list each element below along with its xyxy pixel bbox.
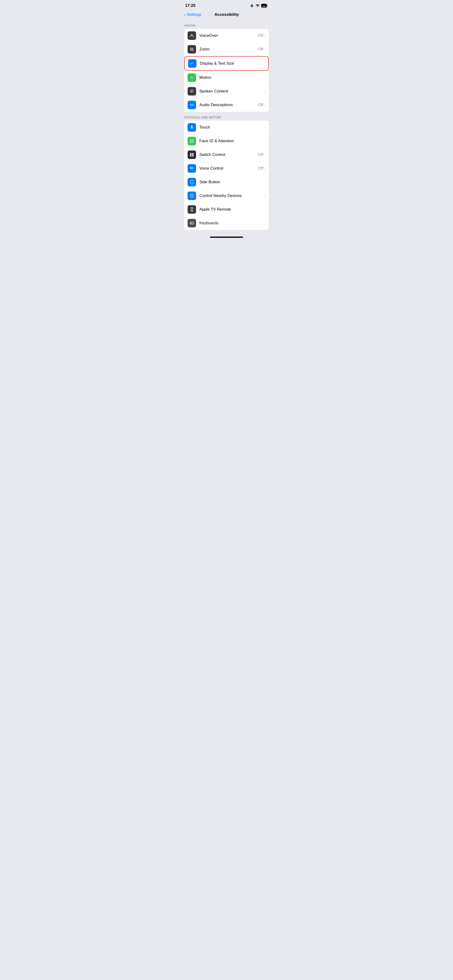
- back-button[interactable]: ‹ Settings: [184, 12, 201, 17]
- control-nearby-icon-wrapper: [188, 191, 196, 200]
- side-button-icon: [189, 180, 195, 185]
- svg-text:go: go: [191, 90, 193, 92]
- back-chevron-icon: ‹: [184, 12, 186, 17]
- status-icons: 100: [250, 3, 268, 8]
- list-item-keyboards[interactable]: Keyboards ›: [184, 216, 269, 230]
- svg-rect-48: [192, 223, 193, 223]
- spoken-content-icon: go: [189, 89, 195, 94]
- svg-text:): ): [191, 34, 192, 36]
- keyboards-icon: [189, 221, 195, 226]
- svg-rect-25: [190, 153, 191, 154]
- voiceover-value: Off: [258, 33, 263, 38]
- svg-text:AD: AD: [191, 104, 193, 106]
- voiceover-chevron: ›: [264, 34, 265, 38]
- voice-control-label: Voice Control: [199, 166, 258, 171]
- section-vision: VISION ) VoiceOver Off ›: [180, 24, 273, 112]
- svg-text:100: 100: [262, 5, 265, 7]
- svg-rect-49: [190, 223, 192, 224]
- switch-control-icon-wrapper: [188, 151, 196, 159]
- motion-icon: [189, 75, 195, 80]
- motion-label: Motion: [199, 75, 264, 80]
- display-text-size-chevron: ›: [264, 62, 265, 65]
- spoken-content-label: Spoken Content: [199, 89, 264, 94]
- svg-point-37: [191, 183, 192, 184]
- display-text-icon: A A: [190, 61, 195, 66]
- battery-icon: 100: [261, 4, 268, 8]
- list-group-physical-motor: Touch › Face ID & Attention ›: [184, 121, 269, 230]
- svg-rect-34: [193, 168, 193, 169]
- switch-control-value: Off: [258, 153, 263, 157]
- back-label: Settings: [187, 12, 201, 17]
- svg-rect-22: [192, 142, 193, 143]
- list-item-motion[interactable]: Motion ›: [184, 71, 269, 84]
- voice-control-icon: [189, 166, 195, 171]
- svg-point-9: [191, 49, 192, 49]
- side-button-label: Side Button: [199, 180, 264, 185]
- list-item-display-text-size[interactable]: A A Display & Text Size ›: [184, 56, 269, 71]
- audio-descriptions-icon: AD: [189, 102, 195, 108]
- motion-chevron: ›: [264, 76, 265, 80]
- svg-rect-50: [192, 223, 193, 224]
- list-item-voice-control[interactable]: Voice Control Off ›: [184, 162, 269, 175]
- home-bar: [210, 237, 243, 238]
- list-item-spoken-content[interactable]: go Spoken Content ›: [184, 84, 269, 98]
- list-item-switch-control[interactable]: Switch Control Off ›: [184, 148, 269, 162]
- list-item-voiceover[interactable]: ) VoiceOver Off ›: [184, 29, 269, 43]
- touch-icon-wrapper: [188, 123, 196, 132]
- list-item-touch[interactable]: Touch ›: [184, 121, 269, 134]
- status-bar: 17:25 100: [180, 0, 273, 10]
- audio-descriptions-chevron: ›: [264, 103, 265, 107]
- svg-rect-27: [190, 155, 191, 156]
- control-nearby-icon: [189, 193, 195, 198]
- keyboards-chevron: ›: [264, 221, 265, 225]
- list-item-apple-tv-remote[interactable]: Apple TV Remote ›: [184, 203, 269, 216]
- list-item-audio-descriptions[interactable]: AD Audio Descriptions Off ›: [184, 98, 269, 112]
- svg-rect-19: [190, 139, 191, 141]
- svg-text:A: A: [192, 62, 193, 64]
- svg-rect-32: [192, 169, 193, 169]
- svg-rect-33: [190, 167, 191, 169]
- section-header-physical-motor: PHYSICAL AND MOTOR: [180, 116, 273, 121]
- apple-tv-icon-wrapper: [188, 205, 196, 214]
- voice-control-chevron: ›: [264, 167, 265, 170]
- spoken-content-icon-wrapper: go: [188, 87, 196, 95]
- voiceover-label: VoiceOver: [199, 33, 258, 38]
- svg-point-24: [192, 140, 193, 141]
- voice-control-value: Off: [258, 166, 263, 171]
- zoom-chevron: ›: [264, 48, 265, 51]
- voiceover-icon: ): [189, 33, 195, 38]
- zoom-icon: [189, 47, 195, 52]
- apple-tv-icon: [189, 207, 195, 212]
- list-group-vision: ) VoiceOver Off › Zoom Off ›: [184, 29, 269, 112]
- status-time: 17:25: [185, 3, 195, 8]
- list-item-side-button[interactable]: Side Button ›: [184, 175, 269, 189]
- svg-rect-28: [192, 155, 193, 156]
- display-text-size-label: Display & Text Size: [200, 61, 264, 66]
- home-indicator: [180, 234, 273, 239]
- switch-control-label: Switch Control: [199, 153, 258, 157]
- list-item-zoom[interactable]: Zoom Off ›: [184, 43, 269, 56]
- zoom-icon-wrapper: [188, 45, 196, 54]
- audio-descriptions-icon-wrapper: AD: [188, 101, 196, 109]
- page-title: Accessibility: [201, 12, 252, 17]
- apple-tv-remote-label: Apple TV Remote: [199, 207, 264, 212]
- svg-rect-45: [190, 222, 194, 224]
- apple-tv-remote-chevron: ›: [264, 208, 265, 212]
- list-item-face-id-attention[interactable]: Face ID & Attention ›: [184, 134, 269, 148]
- list-item-control-nearby-devices[interactable]: Control Nearby Devices ›: [184, 189, 269, 203]
- section-physical-motor: PHYSICAL AND MOTOR Touch ›: [180, 116, 273, 230]
- face-id-attention-label: Face ID & Attention: [199, 139, 264, 143]
- switch-control-chevron: ›: [264, 153, 265, 157]
- voice-control-icon-wrapper: [188, 164, 196, 173]
- face-id-attention-chevron: ›: [264, 139, 265, 143]
- wifi-icon: [255, 3, 260, 8]
- svg-rect-47: [191, 223, 192, 223]
- svg-rect-31: [191, 168, 191, 169]
- voiceover-icon-wrapper: ): [188, 31, 196, 40]
- svg-text:A: A: [190, 62, 192, 65]
- zoom-value: Off: [258, 47, 263, 52]
- audio-descriptions-value: Off: [258, 103, 263, 107]
- face-id-icon: [189, 138, 195, 144]
- svg-rect-46: [190, 223, 191, 223]
- touch-icon: [189, 125, 195, 130]
